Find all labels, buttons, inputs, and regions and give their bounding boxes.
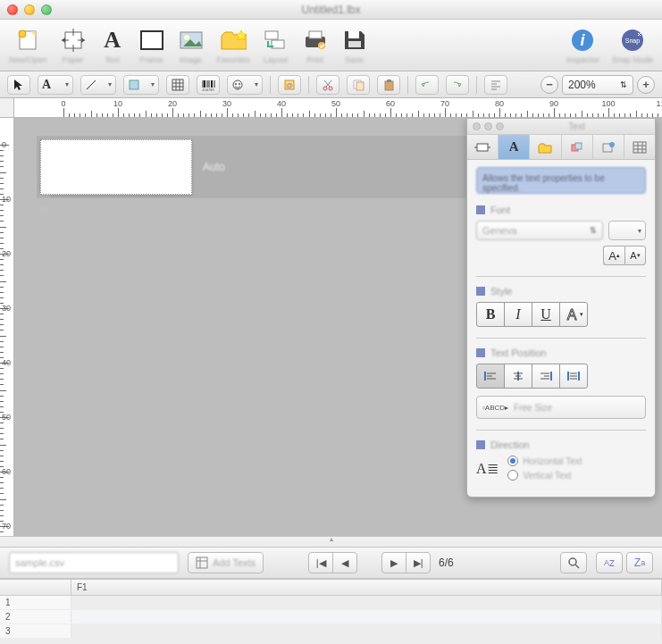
tab-table[interactable]: [624, 135, 655, 159]
paper-button[interactable]: Paper: [60, 27, 87, 64]
data-grid: F1 1 2 3: [0, 579, 662, 639]
save-button[interactable]: Save: [341, 27, 368, 64]
svg-point-2: [19, 30, 26, 38]
layout-button[interactable]: Layout: [263, 27, 289, 64]
decrease-font-button[interactable]: A▾: [624, 246, 646, 265]
shape-tool-dropdown[interactable]: ▾: [123, 75, 159, 95]
auto-label: Auto: [203, 161, 225, 173]
tab-arrange[interactable]: [562, 135, 593, 159]
align-justify-button[interactable]: [559, 364, 588, 389]
align-right-button[interactable]: [532, 364, 560, 389]
table-row[interactable]: 1: [0, 596, 662, 610]
increase-font-button[interactable]: A▴: [603, 246, 624, 265]
inspector-tabs: A: [467, 135, 655, 160]
font-family-select[interactable]: Geneva⇅: [476, 221, 603, 240]
svg-rect-85: [197, 557, 207, 568]
window-title: Untitled1.lbx: [301, 4, 360, 16]
favorites-button[interactable]: Favorites: [217, 27, 250, 64]
last-record-button[interactable]: ▶|: [406, 552, 431, 573]
layout-icon: [263, 27, 289, 54]
canvas[interactable]: —F1— Auto Text A Allows the text propert…: [14, 118, 662, 536]
free-size-button[interactable]: ▫ABCD▸ Free Size: [476, 396, 646, 419]
panel-collapse-handle[interactable]: ▴: [0, 536, 662, 541]
zoom-window-button[interactable]: [41, 4, 52, 15]
cut-button[interactable]: [316, 75, 339, 95]
next-record-button[interactable]: ▶: [381, 552, 406, 573]
paper-icon: [60, 27, 87, 54]
svg-text:A: A: [567, 307, 577, 322]
zoom-out-button[interactable]: −: [540, 76, 558, 94]
svg-rect-49: [385, 81, 393, 90]
svg-marker-23: [14, 79, 22, 90]
sort-desc-button[interactable]: Za: [626, 552, 653, 573]
svg-rect-26: [172, 79, 183, 90]
frame-button[interactable]: Frame: [138, 27, 165, 64]
secondary-toolbar: A▾ ▾ ▾ 456789 ▾ @ − 200%⇅ +: [0, 71, 662, 98]
outline-button[interactable]: A▾: [559, 302, 588, 327]
svg-point-9: [184, 35, 189, 40]
text-icon: A: [99, 27, 126, 54]
snap-mode-button[interactable]: Snap Snap Mode: [612, 27, 653, 64]
svg-rect-18: [348, 41, 361, 47]
tab-size[interactable]: [467, 135, 499, 159]
first-record-button[interactable]: |◀: [308, 552, 333, 573]
italic-button[interactable]: I: [504, 302, 532, 327]
image-icon: [178, 27, 205, 54]
horizontal-text-radio[interactable]: [507, 456, 518, 466]
vertical-text-radio[interactable]: [507, 470, 518, 481]
bold-button[interactable]: B: [476, 302, 505, 327]
data-file-input[interactable]: sample.csv: [9, 552, 179, 573]
new-open-button[interactable]: New/Open: [9, 27, 47, 64]
align-center-button[interactable]: [504, 364, 532, 389]
abcd-icon: ▫ABCD▸: [482, 404, 508, 412]
align-tool[interactable]: [484, 75, 507, 95]
line-tool-dropdown[interactable]: ▾: [80, 75, 116, 95]
svg-point-39: [235, 83, 237, 85]
svg-rect-12: [265, 31, 278, 39]
copy-button[interactable]: [347, 75, 370, 95]
add-texts-button[interactable]: Add Texts: [188, 552, 264, 573]
text-tool-button[interactable]: A Text: [99, 27, 126, 64]
table-tool[interactable]: [166, 75, 189, 95]
close-window-button[interactable]: [7, 4, 18, 15]
snap-icon: Snap: [619, 27, 646, 54]
inspector-button[interactable]: i Inspector: [566, 27, 599, 64]
info-icon: i: [569, 27, 596, 54]
image-button[interactable]: Image: [178, 27, 205, 64]
table-row[interactable]: 3: [0, 624, 662, 639]
redo-button[interactable]: [446, 75, 469, 95]
zoom-in-button[interactable]: +: [637, 76, 655, 94]
barcode-tool[interactable]: 456789: [197, 75, 220, 95]
undo-button[interactable]: [415, 75, 439, 95]
underline-button[interactable]: U: [532, 302, 560, 327]
align-left-button[interactable]: [476, 364, 505, 389]
inspector-close-button[interactable]: [473, 122, 481, 130]
paste-button[interactable]: [377, 75, 400, 95]
sort-asc-button[interactable]: Az: [596, 552, 623, 573]
text-tool-dropdown[interactable]: A▾: [38, 75, 73, 95]
search-button[interactable]: [560, 552, 587, 573]
inspector-titlebar: Text: [467, 119, 655, 135]
font-size-select[interactable]: ▾: [608, 221, 646, 240]
svg-rect-15: [309, 31, 322, 38]
position-section: Text Position ▫ABCD▸ Free Size: [476, 347, 646, 419]
inspector-description: Allows the text properties to be specifi…: [476, 167, 646, 194]
font-section: Font Geneva⇅ ▾ A▴ A▾: [476, 205, 646, 265]
svg-marker-4: [62, 38, 65, 43]
print-button[interactable]: Print: [302, 27, 329, 64]
tab-text[interactable]: A: [499, 135, 530, 159]
tab-folder[interactable]: [530, 135, 561, 159]
prev-record-button[interactable]: ◀: [332, 552, 357, 573]
column-f1-header[interactable]: F1: [71, 580, 662, 595]
table-row[interactable]: 2: [0, 610, 662, 624]
zoom-select[interactable]: 200%⇅: [562, 75, 633, 95]
label-frame[interactable]: [40, 139, 192, 195]
attach-tool[interactable]: @: [278, 75, 301, 95]
select-tool[interactable]: [7, 75, 30, 95]
folder-star-icon: [220, 27, 247, 54]
symbol-tool-dropdown[interactable]: ▾: [227, 75, 263, 95]
minimize-window-button[interactable]: [24, 4, 35, 15]
svg-rect-62: [633, 142, 646, 153]
tab-protect[interactable]: [593, 135, 624, 159]
rownum-header[interactable]: [0, 580, 71, 595]
